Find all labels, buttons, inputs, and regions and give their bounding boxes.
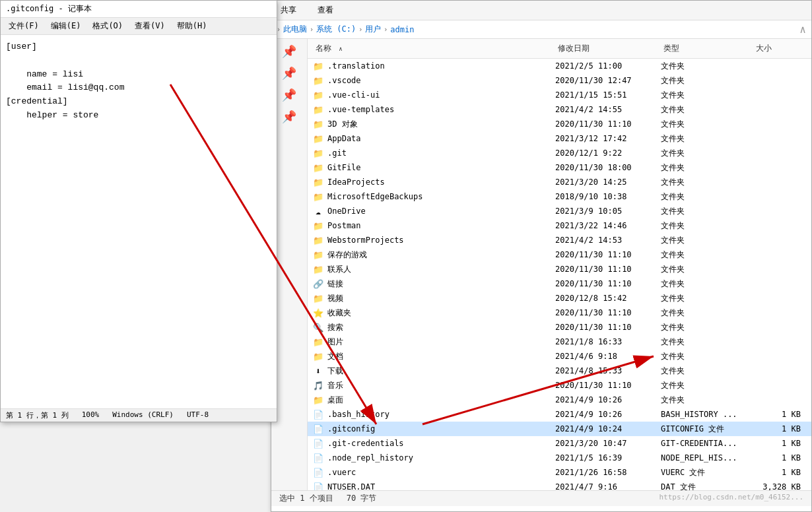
- file-size: 1 KB: [753, 439, 806, 448]
- table-row[interactable]: 📁 AppData 2021/3/12 17:42 文件夹: [308, 131, 811, 146]
- file-name: .vue-cli-ui: [327, 90, 380, 100]
- table-row[interactable]: 📄 .node_repl_history 2021/1/5 16:39 NODE…: [308, 451, 811, 465]
- file-type: 文件夹: [661, 366, 753, 377]
- file-type: 文件夹: [661, 351, 753, 362]
- pin-icon-1[interactable]: 📌: [282, 44, 296, 58]
- toolbar-view[interactable]: 查看: [314, 3, 337, 17]
- notepad-statusbar: 第 1 行，第 1 列 100% Windows (CRLF) UTF-8: [1, 408, 277, 422]
- table-row[interactable]: 📁 .translation 2021/2/5 11:00 文件夹: [308, 59, 811, 73]
- file-type: 文件夹: [661, 336, 753, 348]
- breadcrumb-users[interactable]: 用户: [365, 24, 381, 35]
- table-row[interactable]: 📄 NTUSER.DAT 2021/4/7 9:16 DAT 文件 3,328 …: [308, 480, 811, 490]
- table-row[interactable]: 📄 .gitconfig 2021/4/9 10:24 GITCONFIG 文件…: [308, 422, 811, 436]
- header-name[interactable]: 名称 ∧: [313, 42, 555, 55]
- breadcrumb-this-pc[interactable]: 此电脑: [283, 24, 307, 35]
- menu-help[interactable]: 帮助(H): [172, 19, 213, 33]
- file-date: 2020/11/30 11:10: [555, 119, 661, 129]
- table-row[interactable]: 📁 .vue-cli-ui 2021/1/15 15:51 文件夹: [308, 88, 811, 102]
- file-type: 文件夹: [661, 380, 753, 391]
- pin-icon-2[interactable]: 📌: [282, 66, 296, 80]
- breadcrumb-admin[interactable]: admin: [390, 25, 414, 34]
- table-row[interactable]: 📄 .bash_history 2021/4/9 10:26 BASH_HIST…: [308, 407, 811, 422]
- table-row[interactable]: 📁 Postman 2021/3/22 14:46 文件夹: [308, 218, 811, 233]
- file-type: 文件夹: [661, 119, 753, 130]
- breadcrumb-c-drive[interactable]: 系统 (C:): [316, 24, 356, 35]
- file-date: 2020/11/30 11:10: [555, 308, 661, 317]
- file-icon: 🔗: [313, 278, 323, 289]
- table-row[interactable]: 📁 .git 2020/12/1 9:22 文件夹: [308, 146, 811, 160]
- header-date[interactable]: 修改日期: [555, 42, 661, 55]
- file-name: .git-credentials: [327, 439, 404, 448]
- file-icon: 📁: [313, 235, 323, 245]
- notepad-content[interactable]: [user] name = lisi email = lisi@qq.com […: [1, 35, 277, 416]
- menu-edit[interactable]: 编辑(E): [46, 19, 86, 33]
- file-size: 1 KB: [753, 424, 806, 433]
- menu-format[interactable]: 格式(O): [87, 19, 128, 33]
- table-row[interactable]: 📁 .vue-templates 2021/4/2 14:55 文件夹: [308, 102, 811, 117]
- breadcrumb-arrow-3: ›: [358, 26, 362, 33]
- table-row[interactable]: 📁 保存的游戏 2020/11/30 11:10 文件夹: [308, 247, 811, 262]
- table-row[interactable]: 🔗 链接 2020/11/30 11:10 文件夹: [308, 276, 811, 291]
- status-zoom: 100%: [82, 410, 100, 420]
- table-row[interactable]: 📁 .vscode 2020/11/30 12:47 文件夹: [308, 73, 811, 88]
- pin-icon-3[interactable]: 📌: [282, 88, 296, 102]
- header-type[interactable]: 类型: [661, 42, 753, 55]
- file-date: 2020/11/30 11:10: [555, 250, 661, 259]
- table-row[interactable]: ⬇️ 下载 2021/4/8 15:33 文件夹: [308, 364, 811, 378]
- file-name: 音乐: [327, 380, 343, 391]
- file-name: 搜索: [327, 322, 343, 333]
- status-selected: 选中 1 个项目: [279, 493, 333, 504]
- file-icon: 📄: [313, 409, 323, 420]
- pin-icon-4[interactable]: 📌: [282, 110, 296, 123]
- file-type: 文件夹: [661, 235, 753, 246]
- file-icon: 📁: [313, 264, 323, 274]
- explorer-toolbar: 共享 查看: [271, 1, 811, 20]
- file-date: 2021/3/22 14:46: [555, 221, 661, 230]
- table-row[interactable]: 🎵 音乐 2020/11/30 11:10 文件夹: [308, 378, 811, 393]
- table-row[interactable]: 📁 GitFile 2020/11/30 18:00 文件夹: [308, 160, 811, 175]
- file-type: 文件夹: [661, 206, 753, 217]
- file-date: 2020/11/30 11:10: [555, 323, 661, 332]
- table-row[interactable]: 📁 桌面 2021/4/9 10:26 文件夹: [308, 393, 811, 407]
- table-row[interactable]: ☁️ OneDrive 2021/3/9 10:05 文件夹: [308, 204, 811, 218]
- watermark: https://blog.csdn.net/m0_46152...: [659, 493, 803, 504]
- table-row[interactable]: 📁 文档 2021/4/6 9:18 文件夹: [308, 349, 811, 364]
- table-row[interactable]: 📁 WebstormProjects 2021/4/2 14:53 文件夹: [308, 233, 811, 247]
- file-date: 2020/12/8 15:42: [555, 294, 661, 303]
- table-row[interactable]: 📄 .vuerc 2021/1/26 16:58 VUERC 文件 1 KB: [308, 465, 811, 480]
- file-icon: 📁: [313, 220, 323, 231]
- file-name: 3D 对象: [327, 119, 358, 130]
- table-row[interactable]: 🔍 搜索 2020/11/30 11:10 文件夹: [308, 320, 811, 335]
- file-type: 文件夹: [661, 307, 753, 319]
- explorer-content[interactable]: 名称 ∧ 修改日期 类型 大小 📁 .translation 2021/2/5 …: [308, 39, 811, 490]
- file-date: 2021/3/9 10:05: [555, 207, 661, 216]
- file-date: 2020/11/30 18:00: [555, 163, 661, 172]
- table-row[interactable]: ⭐ 收藏夹 2020/11/30 11:10 文件夹: [308, 305, 811, 320]
- header-size[interactable]: 大小: [753, 42, 806, 55]
- notepad-titlebar: .gitconfig - 记事本: [1, 1, 277, 18]
- file-name: 桌面: [327, 395, 343, 406]
- table-row[interactable]: 📁 联系人 2020/11/30 11:10 文件夹: [308, 262, 811, 276]
- file-name: IdeaProjects: [327, 177, 385, 187]
- table-row[interactable]: 📁 视频 2020/12/8 15:42 文件夹: [308, 291, 811, 305]
- file-name: OneDrive: [327, 207, 366, 216]
- menu-file[interactable]: 文件(F): [3, 19, 44, 33]
- file-name: AppData: [327, 134, 361, 143]
- table-row[interactable]: 📁 3D 对象 2020/11/30 11:10 文件夹: [308, 117, 811, 131]
- file-icon: ⬇️: [313, 366, 323, 376]
- file-icon: ☁️: [313, 206, 323, 216]
- menu-view[interactable]: 查看(V): [129, 19, 170, 33]
- file-date: 2021/1/15 15:51: [555, 90, 661, 100]
- file-name: .vue-templates: [327, 105, 394, 114]
- file-date: 2020/11/30 11:10: [555, 381, 661, 390]
- table-row[interactable]: 📁 IdeaProjects 2021/3/20 14:25 文件夹: [308, 175, 811, 189]
- toolbar-share[interactable]: 共享: [277, 3, 300, 17]
- table-row[interactable]: 📁 图片 2021/1/8 16:33 文件夹: [308, 335, 811, 349]
- file-name: .node_repl_history: [327, 453, 413, 463]
- file-type: 文件夹: [661, 191, 753, 203]
- file-icon: 📄: [313, 467, 323, 478]
- table-row[interactable]: 📁 MicrosoftEdgeBackups 2018/9/10 10:38 文…: [308, 189, 811, 204]
- breadcrumb-expand[interactable]: ∧: [799, 23, 806, 36]
- file-icon: 📄: [313, 482, 323, 490]
- table-row[interactable]: 📄 .git-credentials 2021/3/20 10:47 GIT-C…: [308, 436, 811, 451]
